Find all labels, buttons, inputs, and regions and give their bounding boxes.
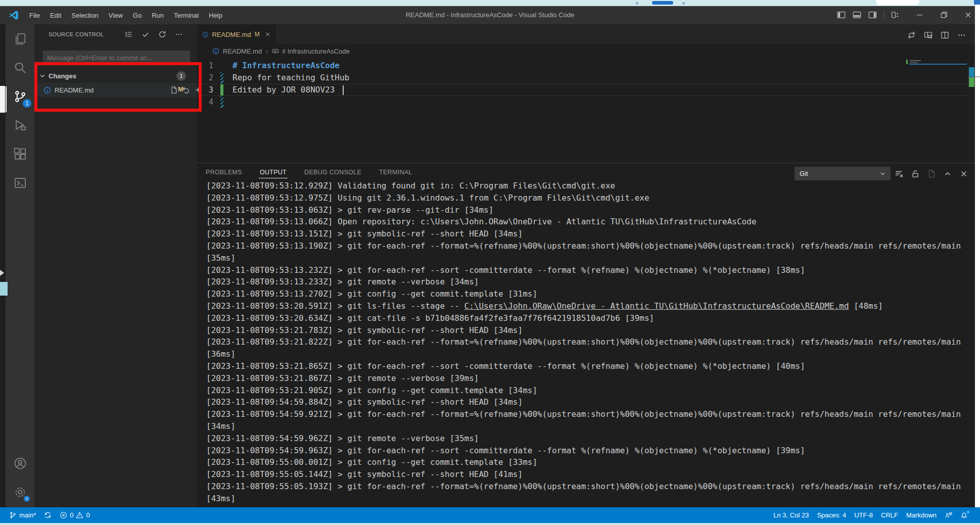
notification-dot — [966, 510, 970, 514]
status-feedback[interactable] — [941, 507, 956, 523]
menu-file[interactable]: File — [24, 12, 45, 19]
breadcrumb-symbol[interactable]: # InfrastructureAsCode — [282, 47, 350, 55]
line-text: Edited by JOR 08NOV23 — [223, 84, 335, 96]
output-line: [2023-11-08T09:53:21.865Z] > git for-eac… — [206, 360, 970, 372]
panel-tab-output[interactable]: OUTPUT — [259, 164, 288, 180]
editor-toolbar — [907, 26, 966, 43]
toggle-secondary-sidebar-button[interactable] — [868, 11, 877, 20]
output-line: [35ms] — [206, 252, 970, 264]
restore-button[interactable] — [940, 11, 949, 20]
panel-tab-bar: PROBLEMSOUTPUTDEBUG CONSOLETERMINAL — [197, 163, 413, 182]
editor-line-2[interactable]: 2Repo for teaching GitHub — [197, 72, 968, 84]
minimize-icon — [915, 11, 924, 19]
breadcrumb-file[interactable]: README.md — [223, 47, 262, 55]
changes-section-header[interactable]: Changes 1 — [34, 69, 197, 83]
panel-tab-terminal[interactable]: TERMINAL — [378, 164, 413, 180]
menu-edit[interactable]: Edit — [45, 12, 66, 19]
divider — [884, 11, 884, 19]
menu-go[interactable]: Go — [128, 12, 147, 19]
panel-tab-debug-console[interactable]: DEBUG CONSOLE — [303, 164, 362, 180]
activity-item-search[interactable] — [6, 53, 34, 82]
minimap-line — [910, 62, 918, 63]
commit-check-icon[interactable] — [142, 30, 150, 38]
close-icon[interactable] — [264, 30, 271, 38]
status-sync[interactable] — [40, 507, 56, 523]
status-eol[interactable]: CRLF — [877, 507, 902, 523]
activity-item-extensions[interactable] — [6, 139, 34, 168]
open-preview-icon[interactable] — [924, 31, 932, 39]
menu-selection[interactable]: Selection — [66, 12, 103, 19]
extensions-icon — [14, 148, 27, 161]
menu-help[interactable]: Help — [204, 12, 227, 19]
unlock-icon[interactable] — [911, 169, 920, 178]
close-button[interactable] — [964, 11, 973, 20]
activity-item-run-and-debug[interactable] — [6, 111, 34, 139]
output-line: [2023-11-08T09:53:13.270Z] > git config … — [206, 288, 970, 300]
output-channel-select[interactable]: Git — [795, 167, 891, 180]
editor-code-area[interactable]: 1# InfrastructureAsCode2Repo for teachin… — [197, 60, 968, 108]
file-path-link[interactable]: C:\Users\John.ORaw\OneDrive - Atlantic T… — [464, 301, 849, 311]
more-actions-icon[interactable] — [175, 30, 183, 38]
clear-output-icon[interactable] — [895, 169, 904, 178]
split-editor-icon[interactable] — [941, 31, 949, 39]
close-panel-icon[interactable] — [959, 169, 968, 178]
activity-item-source-control[interactable]: 1 — [6, 82, 34, 111]
changed-file-row[interactable]: README.md M — [34, 83, 197, 97]
activity-item-terminal-view[interactable] — [6, 168, 34, 197]
status-encoding[interactable]: UTF-8 — [850, 507, 877, 523]
status-label: Ln 3, Col 23 — [773, 511, 809, 519]
toggle-primary-sidebar-button[interactable] — [837, 11, 846, 20]
output-line: [34ms] — [206, 420, 970, 433]
background-corner — [974, 0, 980, 5]
tab-readme[interactable]: README.md M — [197, 24, 276, 44]
editor-line-4[interactable]: 4 — [197, 96, 968, 108]
more-actions-icon[interactable] — [957, 31, 966, 39]
activity-badge: 1 — [23, 99, 31, 108]
activity-item-settings[interactable]: 1 — [6, 478, 34, 506]
overview-ruler-modified-mark — [969, 67, 974, 77]
output-line: [2023-11-08T09:55:05.144Z] > git symboli… — [206, 468, 970, 481]
panel-tab-problems[interactable]: PROBLEMS — [205, 164, 243, 180]
activity-badge: 1 — [24, 496, 30, 502]
menu-run[interactable]: Run — [147, 12, 169, 19]
menu-terminal[interactable]: Terminal — [169, 12, 204, 19]
status-notifications[interactable] — [956, 507, 972, 523]
status-cursor-position[interactable]: Ln 3, Col 23 — [769, 507, 813, 523]
status-label: 0 — [70, 511, 73, 519]
output-line: [43ms] — [206, 493, 970, 505]
background-arrow-fragment — [0, 270, 4, 276]
activity-item-accounts[interactable] — [6, 449, 34, 478]
open-output-in-editor-icon[interactable] — [927, 169, 936, 178]
refresh-icon[interactable] — [158, 30, 166, 38]
source-control-toolbar — [125, 30, 183, 40]
line-text: # InfrastructureAsCode — [223, 60, 340, 72]
activity-item-explorer[interactable] — [6, 24, 34, 53]
toggle-panel-button[interactable] — [853, 11, 862, 20]
changed-file-name: README.md — [55, 86, 94, 94]
close-icon — [964, 11, 972, 19]
search-icon — [14, 61, 27, 74]
editor-line-3[interactable]: 3Edited by JOR 08NOV23 — [197, 84, 968, 96]
open-changes-icon[interactable] — [907, 31, 916, 39]
open-file-icon[interactable] — [170, 86, 178, 94]
changes-label: Changes — [49, 72, 76, 80]
customize-layout-button[interactable] — [891, 11, 900, 20]
output-log[interactable]: [2023-11-08T09:53:12.929Z] Validating fo… — [206, 180, 970, 505]
line-text — [223, 96, 232, 108]
menu-view[interactable]: View — [104, 12, 128, 19]
minimap-heading-rule — [909, 64, 967, 65]
status-label: 0 — [86, 511, 89, 519]
status-problems[interactable]: 00 — [56, 507, 94, 523]
minimize-button[interactable] — [915, 11, 924, 20]
status-language-mode[interactable]: Markdown — [902, 507, 941, 523]
line-number: 2 — [197, 72, 220, 84]
status-indentation[interactable]: Spaces: 4 — [813, 507, 850, 523]
editor-line-1[interactable]: 1# InfrastructureAsCode — [197, 60, 968, 72]
background-right-strip — [975, 5, 980, 507]
view-as-tree-icon[interactable] — [125, 30, 133, 38]
commit-message-input[interactable] — [43, 51, 190, 65]
status-branch[interactable]: main* — [5, 507, 40, 523]
maximize-panel-icon[interactable] — [943, 169, 952, 178]
background-white-fragment — [0, 86, 5, 113]
minimap[interactable] — [906, 60, 908, 64]
